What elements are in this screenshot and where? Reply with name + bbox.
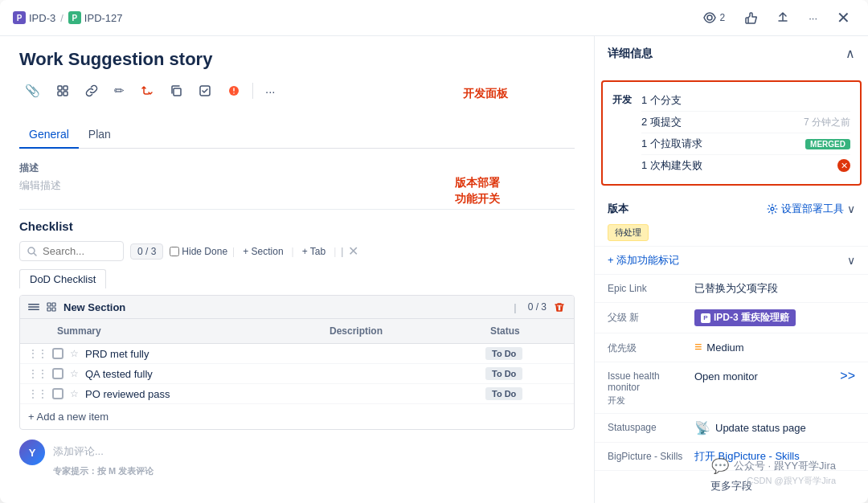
edit-button[interactable]: ✏ [108,80,130,102]
section-list-icon [46,301,57,313]
copy-button[interactable] [164,80,188,101]
checklist-actions: Hide Done | + Section | + Tab | | ✕ [170,243,358,259]
toolbar-more-button[interactable]: ··· [260,80,281,102]
toolbar-separator [252,83,253,99]
svg-rect-16 [52,308,55,311]
th-summary: Summary [52,322,325,340]
epic-link-field: Epic Link 已替换为父项字段 [595,275,868,303]
star-2[interactable]: ☆ [70,368,79,379]
checkbox-3[interactable] [52,388,63,399]
flag-button[interactable] [222,80,246,101]
description-label: 描述 [19,162,575,175]
comment-hint: 专家提示：按 M 发表评论 [53,465,575,477]
bigpicture-value[interactable]: 打开 BigPicture - Skills [694,449,855,464]
more-fields-button[interactable]: 更多字段 [595,471,868,501]
statuspage-text: Update status page [715,422,806,434]
add-item-button[interactable]: + Add a new item [20,404,574,429]
health-label-group: Issue health monitor 开发 [608,369,688,407]
attach-button[interactable]: 📎 [19,80,46,102]
statuspage-label: Statuspage [608,420,688,433]
link-button[interactable] [80,80,104,101]
parent-badge[interactable]: P IPD-3 重疾险理赔 [694,309,796,326]
drag-handle-3[interactable]: ⋮⋮ [28,388,52,399]
priority-icon: ≡ [694,340,702,354]
version-chevron[interactable]: ∨ [847,202,855,215]
checklist-close-button[interactable]: ✕ [348,243,358,259]
delete-section-icon[interactable] [553,301,566,313]
top-bar-actions: 2 ··· ✕ [698,6,855,29]
version-label: 版本 [608,202,628,216]
statuspage-icon: 📡 [694,420,710,436]
more-icon: ··· [809,12,817,24]
watch-button[interactable]: 2 [698,8,730,27]
epic-link-value: 已替换为父项字段 [694,281,855,296]
comment-placeholder[interactable]: 添加评论... [53,440,575,464]
details-header: 详细信息 ∧ [608,46,855,61]
share-button[interactable] [772,8,794,27]
svg-rect-3 [58,92,62,96]
breadcrumb-item-2[interactable]: P IPD-127 [68,11,123,24]
row-summary-3: ☆ PO reviewed pass [52,388,325,400]
breadcrumb-link-2[interactable]: IPD-127 [84,12,123,24]
comment-area: Y 添加评论... 专家提示：按 M 发表评论 [19,440,575,477]
sep2: | [292,246,294,257]
check-button[interactable] [193,80,217,101]
tab-plan[interactable]: Plan [79,121,121,149]
thumbs-up-icon [744,11,757,24]
priority-label: 优先级 [608,340,688,355]
add-section-button[interactable]: + Section [240,244,286,259]
checkbox-1[interactable] [52,348,63,359]
child-issue-button[interactable] [51,80,75,101]
breadcrumb-item-1[interactable]: P IPD-3 [13,11,55,24]
health-text: Open monitor [694,370,758,382]
svg-point-0 [707,15,712,20]
drag-handle-1[interactable]: ⋮⋮ [28,348,52,359]
breadcrumb-separator: / [60,12,63,24]
health-arrow[interactable]: >> [840,369,855,383]
dev-branch-label: 1 个分支 [641,93,682,108]
breadcrumb-link-1[interactable]: IPD-3 [29,12,55,24]
feature-chevron[interactable]: ∨ [847,254,855,267]
epic-link-label: Epic Link [608,281,688,294]
svg-rect-15 [47,308,51,311]
row-status-3: To Do [485,387,566,400]
collapse-button[interactable]: ∧ [845,46,855,61]
issue-title: Work Suggestion story [19,49,575,70]
dev-row-commits: 2 项提交 7 分钟之前 [641,112,850,133]
checklist-search-bar: 0 / 3 Hide Done | + Section | + Tab | | … [19,241,575,261]
star-1[interactable]: ☆ [70,348,79,359]
add-tab-button[interactable]: + Tab [299,244,329,259]
section-title: New Section [63,301,502,313]
star-3[interactable]: ☆ [70,388,79,399]
svg-rect-5 [174,88,181,96]
close-button[interactable]: ✕ [832,6,855,29]
search-input[interactable] [43,245,107,257]
section-header-row: New Section | 0 / 3 [20,296,574,319]
row-summary-2: ☆ QA tested fully [52,368,325,380]
top-bar: P IPD-3 / P IPD-127 2 ··· ✕ [0,0,868,36]
dev-build-label: 1 次构建失败 [641,158,702,173]
dev-row-build: 1 次构建失败 ✕ [641,155,850,176]
health-label: Issue health monitor [608,369,688,393]
tab-general[interactable]: General [19,121,79,149]
drag-handle-2[interactable]: ⋮⋮ [28,368,52,379]
add-feature-button[interactable]: + 添加功能标记 [608,253,679,268]
epic-icon: P [701,313,710,323]
like-button[interactable] [739,8,762,27]
tab-bar: General Plan [19,121,575,149]
checklist-tab-dod[interactable]: DoD Checklist [19,269,106,288]
svg-rect-14 [52,303,55,306]
hide-done-toggle[interactable]: Hide Done [170,246,227,257]
health-sub-label: 开发 [608,395,688,407]
setup-deployment-button[interactable]: 设置部署工具 [767,202,844,216]
description-edit[interactable]: 编辑描述 [19,178,575,193]
svg-rect-10 [28,304,39,305]
checkbox-2[interactable] [52,368,63,379]
row-status-1: To Do [485,347,566,360]
more-button[interactable]: ··· [804,9,822,27]
hide-done-checkbox[interactable] [170,247,179,256]
health-value: Open monitor >> [694,369,855,383]
svg-rect-11 [28,306,39,308]
sep3: | [334,246,336,257]
merge-button[interactable] [135,80,159,101]
